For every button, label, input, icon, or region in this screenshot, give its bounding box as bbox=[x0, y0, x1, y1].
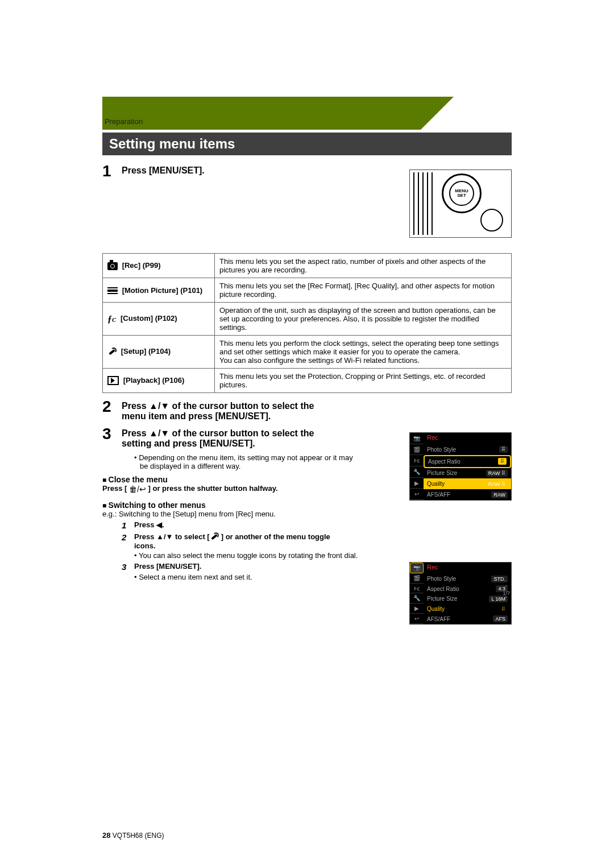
menu-desc: This menu lets you set the [Rec Format],… bbox=[215, 278, 512, 303]
step-3: 3 Press ▲/▼ of the cursor button to sele… bbox=[102, 426, 318, 449]
lcd-row-selected: QualityRAW ⠿ bbox=[424, 478, 511, 489]
step-text: Press ▲/▼ of the cursor button to select… bbox=[122, 399, 318, 421]
page-indicator: 1/7 bbox=[503, 590, 510, 596]
page-number: 28 bbox=[102, 831, 110, 840]
menu-desc: This menu lets you set the Protection, C… bbox=[215, 369, 512, 393]
step-number: 1 bbox=[102, 163, 122, 179]
table-row: [Motion Picture] (P101) This menu lets y… bbox=[103, 278, 512, 303]
grip-lines bbox=[412, 172, 437, 235]
lcd-body: Rec Photo Style⠿ Aspect Ratio⠿ Picture S… bbox=[424, 433, 511, 500]
menu-name: [Custom] (P102) bbox=[121, 314, 177, 323]
menu-set-label: MENU SET bbox=[449, 181, 474, 206]
doc-code: VQT5H68 (ENG) bbox=[113, 832, 164, 840]
sub-step-2-note: • You can also select the menu toggle ic… bbox=[134, 551, 367, 560]
page-footer: 28 VQT5H68 (ENG) bbox=[102, 831, 164, 840]
menu-description-table: [Rec] (P99) This menu lets you set the a… bbox=[102, 253, 512, 393]
table-row: ƒC [Custom] (P102) Operation of the unit… bbox=[103, 303, 512, 336]
lcd-screenshot-rec-menu: 📷 🎬 ꜰᴄ 🔧 ▶ ↩ Rec Photo StyleSTD. Aspect … bbox=[409, 562, 512, 625]
tab-icon: ▶ bbox=[410, 604, 424, 614]
playback-icon bbox=[107, 376, 119, 385]
switching-heading: Switching to other menus bbox=[102, 501, 512, 510]
sub-step-text: Press ◀. bbox=[134, 520, 164, 529]
camera-back-illustration: MENU SET bbox=[409, 170, 512, 238]
lcd-row: Photo StyleSTD. bbox=[424, 574, 511, 584]
lcd-row: Aspect Ratio4:3 bbox=[424, 584, 511, 594]
sub-step-number: 3 bbox=[122, 562, 134, 572]
sub-step-text: Press [MENU/SET]. bbox=[134, 562, 201, 571]
sub-step-text: Press ▲/▼ to select [] or another of the… bbox=[134, 532, 349, 551]
camera-icon bbox=[107, 262, 118, 270]
tab-icon: ↩ bbox=[410, 489, 424, 500]
lcd-row: AFS/AFFRAW bbox=[424, 489, 511, 500]
step-2: 2 Press ▲/▼ of the cursor button to sele… bbox=[102, 399, 318, 421]
dial-illustration bbox=[480, 209, 503, 232]
menu-name: [Motion Picture] (P101) bbox=[122, 286, 203, 295]
step-number: 2 bbox=[102, 399, 122, 415]
menu-desc: This menu lets you perform the clock set… bbox=[215, 336, 512, 369]
menu-set-button-illustration: MENU SET bbox=[442, 173, 482, 213]
close-menu-text-b: ] or press the shutter button halfway. bbox=[148, 484, 278, 493]
tab-icon-selected: 📷 bbox=[410, 563, 424, 573]
lcd-row-highlighted: Quality⠿ bbox=[424, 604, 511, 614]
sub-step-2: 2 Press ▲/▼ to select [] or another of t… bbox=[122, 532, 349, 551]
lcd-screenshot-quality-menu: 📷 🎬 ꜰᴄ 🔧 ▶ ↩ Rec Photo Style⠿ Aspect Rat… bbox=[409, 432, 512, 501]
custom-icon: ƒC bbox=[107, 314, 116, 324]
lcd-row: AFS/AFFAFS bbox=[424, 614, 511, 624]
wrench-icon bbox=[210, 532, 219, 542]
trash-return-icon: 🗑/↩ bbox=[129, 485, 146, 494]
tab-icon: 🎬 bbox=[410, 444, 424, 456]
table-row: [Setup] (P104) This menu lets you perfor… bbox=[103, 336, 512, 369]
sub-step-1: 1 Press ◀. bbox=[122, 520, 512, 530]
tab-icon: 🔧 bbox=[410, 466, 424, 478]
note-text: Depending on the menu item, its setting … bbox=[139, 453, 352, 470]
sub-step-number: 2 bbox=[122, 532, 134, 542]
menu-name: [Setup] (P104) bbox=[121, 347, 171, 356]
tab-icon: ꜰᴄ bbox=[410, 455, 424, 466]
tab-icon: ▶ bbox=[410, 478, 424, 489]
movie-icon bbox=[107, 287, 118, 294]
menu-desc: This menu lets you set the aspect ratio,… bbox=[215, 254, 512, 278]
menu-name: [Playback] (P106) bbox=[123, 376, 185, 385]
tab-icon: ↩ bbox=[410, 614, 424, 624]
lcd-row: Picture SizeRAW ⠿ bbox=[424, 468, 511, 479]
lcd-tab-strip: 📷 🎬 ꜰᴄ 🔧 ▶ ↩ bbox=[410, 433, 424, 500]
table-row: [Playback] (P106) This menu lets you set… bbox=[103, 369, 512, 393]
tab-icon: 🔧 bbox=[410, 593, 424, 604]
manual-page: Preparation Setting menu items 1 Press [… bbox=[0, 0, 614, 868]
lcd-row: Photo Style⠿ bbox=[424, 444, 511, 455]
tab-icon: 🎬 bbox=[410, 573, 424, 584]
page-down-icon: ˅ bbox=[503, 596, 510, 602]
tab-icon: ꜰᴄ bbox=[410, 584, 424, 594]
wrench-icon bbox=[107, 348, 117, 357]
lcd-title: Rec bbox=[424, 563, 511, 574]
step-text: Press ▲/▼ of the cursor button to select… bbox=[122, 426, 318, 449]
lcd-body: Rec Photo StyleSTD. Aspect Ratio4:3 Pict… bbox=[424, 563, 511, 624]
step-3-note: • Depending on the menu item, its settin… bbox=[134, 453, 356, 470]
sub-step-number: 1 bbox=[122, 520, 134, 530]
step-number: 3 bbox=[102, 426, 122, 442]
close-menu-text-a: Press [ bbox=[102, 484, 127, 493]
table-row: [Rec] (P99) This menu lets you set the a… bbox=[103, 254, 512, 278]
tab-icon: 📷 bbox=[410, 433, 424, 444]
lcd-title: Rec bbox=[424, 433, 511, 444]
lcd-tab-strip: 📷 🎬 ꜰᴄ 🔧 ▶ ↩ bbox=[410, 563, 424, 624]
lcd-row: Picture SizeL 16M bbox=[424, 594, 511, 604]
menu-desc: Operation of the unit, such as displayin… bbox=[215, 303, 512, 336]
section-label: Preparation bbox=[102, 117, 512, 126]
menu-name: [Rec] (P99) bbox=[122, 261, 161, 270]
lcd-pager: ˄ 1/7 ˅ bbox=[503, 585, 510, 602]
page-title: Setting menu items bbox=[102, 133, 512, 155]
lcd-row: Aspect Ratio⠿ bbox=[424, 455, 511, 468]
switching-example: e.g.: Switching to the [Setup] menu from… bbox=[102, 510, 512, 518]
page-up-icon: ˄ bbox=[503, 585, 510, 590]
